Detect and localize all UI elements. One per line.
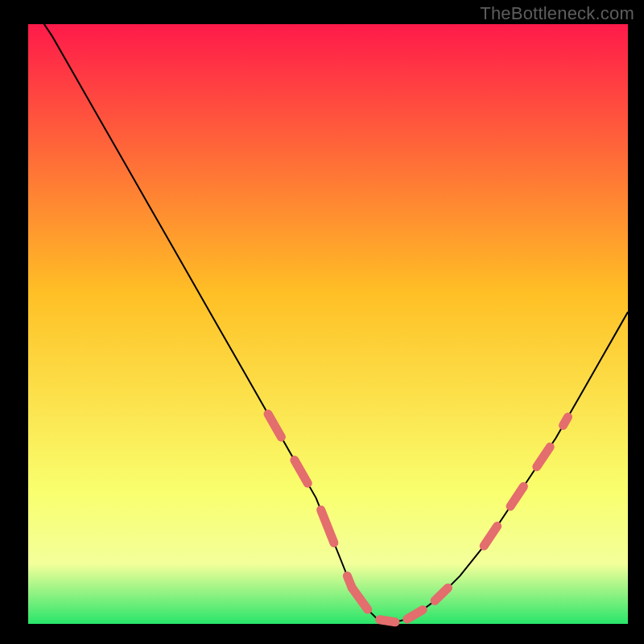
highlight-dash [564, 417, 568, 425]
highlight-dash [380, 620, 395, 622]
watermark-text: TheBottleneck.com [480, 3, 634, 24]
chart-frame: TheBottleneck.com [0, 0, 644, 644]
bottleneck-chart [0, 0, 644, 644]
